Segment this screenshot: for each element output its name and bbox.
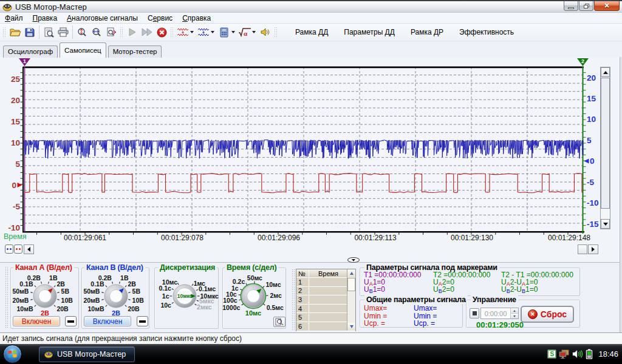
signal-b-button[interactable] <box>196 25 211 39</box>
calculator-button[interactable] <box>217 25 231 39</box>
tray-s-icon[interactable]: S <box>547 349 556 359</box>
menu-service[interactable]: Сервис <box>143 13 177 23</box>
spin-down-button[interactable] <box>511 314 518 318</box>
svg-text:10мВ: 10мВ <box>17 305 33 312</box>
math-function-button[interactable]: α <box>238 25 252 39</box>
params-dd-button[interactable]: Параметры ДД <box>337 28 402 36</box>
minus-icon <box>67 320 74 323</box>
svg-text:15: 15 <box>11 117 21 126</box>
svg-text:00:01:29:096: 00:01:29:096 <box>258 234 300 242</box>
zoom-horizontal-button[interactable] <box>89 25 104 39</box>
menubar: ФайлПравкаАналоговые сигналыСервисСправк… <box>0 13 622 24</box>
table-scroll-down-button[interactable] <box>347 323 355 331</box>
collapse-icon <box>352 259 355 261</box>
app-window: USB Мотор-Мастер ✕ ФайлПравкаАналоговые … <box>0 0 622 344</box>
calculator-dropdown-icon[interactable] <box>231 31 235 33</box>
print-preview-button[interactable] <box>41 25 56 39</box>
window-right-border <box>620 57 622 332</box>
signal-b-dropdown-icon[interactable] <box>211 31 214 33</box>
menu-help[interactable]: Справка <box>177 13 216 23</box>
sound-button[interactable] <box>258 25 273 39</box>
tray-volume-icon[interactable] <box>572 349 583 359</box>
table-scroll-up-button[interactable] <box>347 269 355 277</box>
menu-file[interactable]: Файл <box>0 13 28 23</box>
save-button[interactable] <box>22 25 37 39</box>
toolbar-gripper[interactable] <box>2 26 7 38</box>
play-button[interactable] <box>125 25 140 39</box>
svg-text:00:01:29:113: 00:01:29:113 <box>354 234 397 242</box>
table-scrollbar[interactable] <box>347 269 355 331</box>
timebase-zoom-button[interactable] <box>273 317 285 327</box>
minimize-icon <box>568 7 574 9</box>
channel-b-enabled-button[interactable]: Включен <box>84 316 131 326</box>
channel-a-knob[interactable]: 10мВ20мВ50мВ0.1В0.2В1В2В5В10В20В2В <box>10 270 79 316</box>
fast-forward-button[interactable] <box>140 25 154 39</box>
signal-a-dropdown-icon[interactable] <box>190 31 194 33</box>
tray-display-icon[interactable] <box>559 349 570 359</box>
tray-battery-icon[interactable] <box>586 349 593 359</box>
row-time <box>309 287 347 295</box>
samples-table[interactable]: № Время 123456 <box>296 269 356 331</box>
scroll-up-button[interactable] <box>601 67 610 77</box>
minimize-button[interactable] <box>564 1 578 11</box>
record-time-spinbox[interactable]: 0:00:00 <box>480 308 519 319</box>
zoom-page-button[interactable] <box>104 25 118 39</box>
marker-params-column-3: T2 - T1 =00:00:00:000UA2-UA1=0UB2-UB1=0 <box>501 271 573 293</box>
menu-analog-signals[interactable]: Аналоговые сигналы <box>62 13 143 23</box>
toolbar-gripper[interactable] <box>170 26 174 38</box>
sampling-knob[interactable]: 10с1с0.1с10мс1мс0.1мс10мкс5мкс2мкс10мкс <box>154 270 219 316</box>
tab-motor-tester[interactable]: Мотор-тестер <box>108 46 162 58</box>
channel-a-enabled-button[interactable]: Включен <box>13 316 60 326</box>
scroll-page-button[interactable] <box>578 244 587 254</box>
titlebar[interactable]: USB Мотор-Мастер ✕ <box>0 0 622 13</box>
taskbar-app-icon <box>44 351 53 359</box>
spin-up-button[interactable] <box>511 308 518 314</box>
svg-text:2мс: 2мс <box>270 292 281 299</box>
menu-edit[interactable]: Правка <box>28 13 63 23</box>
signal-a-button[interactable] <box>176 25 190 39</box>
scroll-down-button[interactable] <box>601 219 610 229</box>
collapse-panel-button[interactable] <box>347 257 360 263</box>
math-dropdown-icon[interactable] <box>252 31 256 33</box>
spin-up-icon <box>513 310 516 312</box>
efficiency-button[interactable]: Эффективность <box>452 28 521 36</box>
frame-dd-button[interactable]: Рамка ДД <box>288 28 335 36</box>
timebase-knob[interactable]: 1000с100с10с1с0.2с50мс10мс2мс0.5мс10мс <box>222 270 286 316</box>
panel-gripper[interactable] <box>5 266 9 329</box>
toolbar-text-buttons: Рамка ДДПараметры ДДРамка ДРЭффективност… <box>288 28 521 36</box>
oscillogram-chart[interactable]: 122520151050-5-1020151050-5-10-1500:01:2… <box>0 57 620 263</box>
maximize-button[interactable] <box>579 1 593 11</box>
frame-dr-button[interactable]: Рамка ДР <box>403 28 451 36</box>
chart-vertical-scrollbar[interactable] <box>600 67 610 229</box>
signal-b-wave-icon <box>197 27 210 37</box>
scroll-right-button[interactable] <box>588 244 598 254</box>
row-number: 2 <box>296 287 309 295</box>
vertical-scroll-thumb[interactable] <box>601 78 610 209</box>
close-button[interactable]: ✕ <box>594 1 620 11</box>
channel-a-minus-button[interactable] <box>65 316 77 326</box>
reset-button[interactable]: ✕ Сброс <box>521 306 574 323</box>
start-button[interactable] <box>3 345 22 363</box>
panel-gripper[interactable] <box>292 269 296 331</box>
row-number: 1 <box>296 278 309 286</box>
channel-b-minus-button[interactable] <box>137 316 148 326</box>
open-button[interactable] <box>8 25 22 39</box>
tab-oscilloscope[interactable]: Осциллограф <box>3 46 58 58</box>
taskbar-app-button[interactable]: USB Мотор-Мастер <box>39 346 135 362</box>
pause-button[interactable] <box>470 308 479 318</box>
tray-clock[interactable]: 18:46 <box>598 349 618 359</box>
marker-a-color-button[interactable] <box>5 244 13 254</box>
toolbar-gripper[interactable] <box>274 26 278 38</box>
print-button[interactable] <box>56 25 70 39</box>
scroll-left-button[interactable] <box>24 244 34 254</box>
window-buttons: ✕ <box>563 1 620 11</box>
marker-b-color-button[interactable] <box>14 244 22 254</box>
table-scroll-thumb[interactable] <box>347 278 355 291</box>
zoom-vertical-button[interactable] <box>75 25 89 39</box>
printer-icon <box>58 27 69 37</box>
tab-recorder[interactable]: Самописец <box>60 42 106 58</box>
svg-text:10В: 10В <box>61 297 73 304</box>
channel-b-knob[interactable]: 10мВ20мВ50мВ0.1В0.2В1В2В5В10В20В2В <box>81 270 150 316</box>
toolbar-gripper[interactable] <box>120 26 124 38</box>
stop-record-button[interactable] <box>154 25 169 39</box>
